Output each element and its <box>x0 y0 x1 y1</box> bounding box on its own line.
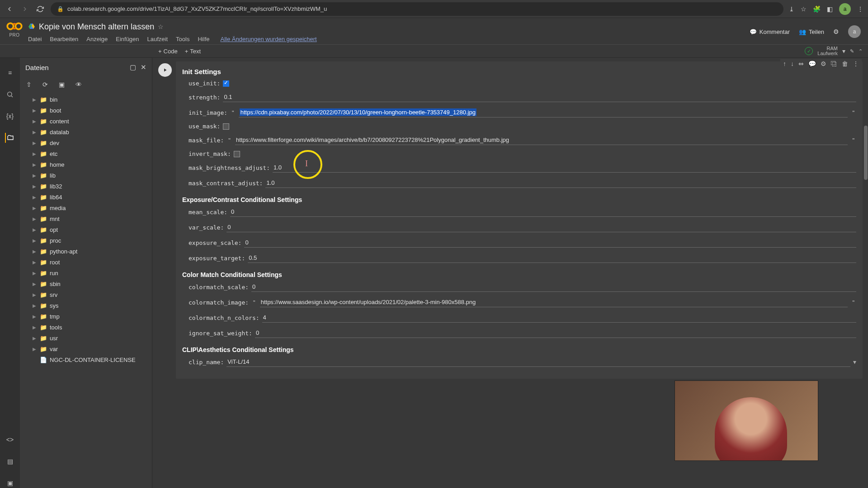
tree-folder[interactable]: ▶📁content <box>33 116 152 127</box>
tree-folder[interactable]: ▶📁opt <box>33 224 152 235</box>
delete-cell-icon[interactable]: 🗑 <box>842 60 848 67</box>
tree-folder[interactable]: ▶📁datalab <box>33 127 152 137</box>
mask-brightness-input[interactable] <box>273 163 856 173</box>
tree-folder[interactable]: ▶📁proc <box>33 235 152 246</box>
star-title-icon[interactable]: ☆ <box>158 23 164 30</box>
dropdown-caret-icon[interactable]: ▾ <box>853 358 856 366</box>
url-bar[interactable]: 🔒 colab.research.google.com/drive/1TizAl… <box>51 2 783 16</box>
colormatch-scale-input[interactable] <box>251 282 856 292</box>
mask-file-input[interactable] <box>235 135 848 145</box>
side-panel-icon[interactable]: ◧ <box>827 5 833 13</box>
colab-logo[interactable]: PRO <box>6 21 23 38</box>
use-init-checkbox[interactable] <box>223 80 229 87</box>
tree-folder[interactable]: ▶📁sbin <box>33 278 152 289</box>
star-icon[interactable]: ☆ <box>801 5 807 13</box>
toggle-hidden-icon[interactable]: 👁 <box>75 81 82 88</box>
tree-folder[interactable]: ▶📁bin <box>33 94 152 105</box>
resource-meter[interactable]: RAM Laufwerk <box>817 46 838 56</box>
exposure-target-input[interactable] <box>248 253 856 263</box>
init-image-input[interactable]: https://cdn.pixabay.com/photo/2022/07/30… <box>239 108 848 117</box>
tree-folder[interactable]: ▶📁lib64 <box>33 192 152 202</box>
user-avatar[interactable]: a <box>848 25 861 38</box>
tree-folder[interactable]: ▶📁run <box>33 267 152 278</box>
back-icon[interactable] <box>5 4 14 14</box>
code-snippets-icon[interactable]: <> <box>5 435 15 445</box>
colormatch-n-input[interactable] <box>262 313 856 323</box>
tree-folder[interactable]: ▶📁boot <box>33 105 152 116</box>
new-window-icon[interactable]: ▢ <box>130 63 136 71</box>
close-panel-icon[interactable]: ✕ <box>141 63 146 71</box>
tree-folder[interactable]: ▶📁etc <box>33 148 152 159</box>
chrome-menu-icon[interactable]: ⋮ <box>857 5 863 13</box>
use-mask-checkbox[interactable] <box>223 123 229 130</box>
mean-scale-input[interactable] <box>230 207 856 217</box>
tree-folder[interactable]: ▶📁media <box>33 202 152 213</box>
exposure-scale-input[interactable] <box>244 238 856 248</box>
colormatch-image-input[interactable] <box>260 297 848 307</box>
caret-icon[interactable]: ▾ <box>842 47 845 55</box>
add-code-button[interactable]: +Code <box>158 48 178 55</box>
add-text-button[interactable]: +Text <box>185 48 201 55</box>
tree-folder[interactable]: ▶📁lib32 <box>33 181 152 192</box>
tree-folder[interactable]: ▶📁python-apt <box>33 246 152 257</box>
tree-folder[interactable]: ▶📁tmp <box>33 311 152 322</box>
mask-contrast-input[interactable] <box>265 178 856 188</box>
search-icon[interactable] <box>5 89 15 99</box>
tree-folder[interactable]: ▶📁usr <box>33 333 152 343</box>
chrome-avatar[interactable]: a <box>839 3 851 15</box>
menu-view[interactable]: Anzeige <box>86 36 108 42</box>
saved-status[interactable]: Alle Änderungen wurden gespeichert <box>220 36 316 42</box>
menu-insert[interactable]: Einfügen <box>116 36 139 42</box>
refresh-icon[interactable]: ⟳ <box>42 81 48 88</box>
comment-cell-icon[interactable]: 💬 <box>808 60 816 67</box>
strength-input[interactable] <box>223 92 856 102</box>
tree-folder[interactable]: ▶📁mnt <box>33 213 152 224</box>
scrollbar[interactable] <box>863 58 868 488</box>
file-tree[interactable]: ▶📁bin▶📁boot▶📁content▶📁datalab▶📁dev▶📁etc▶… <box>20 92 152 488</box>
menu-help[interactable]: Hilfe <box>198 36 209 42</box>
var-scale-input[interactable] <box>226 222 856 232</box>
mirror-cell-icon[interactable]: ⿻ <box>831 60 837 67</box>
move-up-icon[interactable]: ↑ <box>783 60 786 67</box>
page-title[interactable]: Kopie von Mensch altern lassen <box>39 22 154 32</box>
share-button[interactable]: 👥Teilen <box>799 28 824 35</box>
tree-file[interactable]: 📄NGC-DL-CONTAINER-LICENSE <box>33 354 152 365</box>
scrollbar-thumb[interactable] <box>864 126 868 180</box>
reload-icon[interactable] <box>35 4 45 14</box>
extensions-icon[interactable]: 🧩 <box>813 5 821 13</box>
tree-folder[interactable]: ▶📁var <box>33 343 152 354</box>
clip-name-input[interactable] <box>226 357 850 367</box>
comment-button[interactable]: 💬Kommentar <box>750 28 790 35</box>
variables-icon[interactable]: {x} <box>5 111 15 121</box>
tree-folder[interactable]: ▶📁home <box>33 159 152 170</box>
cell-menu-icon[interactable]: ⋮ <box>853 60 859 67</box>
command-palette-icon[interactable]: ▣ <box>5 478 15 488</box>
settings-icon[interactable]: ⚙ <box>833 28 839 35</box>
tree-folder[interactable]: ▶📁lib <box>33 170 152 181</box>
toc-icon[interactable]: ≡ <box>5 68 15 78</box>
invert-mask-checkbox[interactable] <box>234 151 240 157</box>
upload-icon[interactable]: ⇧ <box>26 81 32 88</box>
cell-settings-icon[interactable]: ⚙ <box>821 60 826 67</box>
install-icon[interactable]: ⤓ <box>789 5 794 13</box>
tree-folder[interactable]: ▶📁tools <box>33 322 152 333</box>
tree-folder[interactable]: ▶📁root <box>33 257 152 267</box>
move-down-icon[interactable]: ↓ <box>791 60 794 67</box>
menu-runtime[interactable]: Laufzeit <box>147 36 168 42</box>
menu-tools[interactable]: Tools <box>176 36 189 42</box>
ignore-sat-input[interactable] <box>255 328 856 338</box>
tree-folder[interactable]: ▶📁srv <box>33 289 152 300</box>
files-icon[interactable] <box>5 133 15 143</box>
run-cell-button[interactable] <box>158 63 172 77</box>
terminal-icon[interactable]: ▤ <box>5 456 15 466</box>
forward-icon[interactable] <box>20 4 30 14</box>
mount-drive-icon[interactable]: ▣ <box>59 81 65 88</box>
tree-folder[interactable]: ▶📁sys <box>33 300 152 311</box>
notebook-area[interactable]: ↑ ↓ ⇔ 💬 ⚙ ⿻ 🗑 ⋮ Init Settings use_init: … <box>152 58 868 488</box>
tree-folder[interactable]: ▶📁dev <box>33 137 152 148</box>
edit-toggle-icon[interactable]: ✎ <box>850 48 854 54</box>
menu-file[interactable]: Datei <box>28 36 42 42</box>
expand-icon[interactable]: ⌃ <box>859 48 863 54</box>
menu-edit[interactable]: Bearbeiten <box>50 36 78 42</box>
link-icon[interactable]: ⇔ <box>798 60 804 67</box>
